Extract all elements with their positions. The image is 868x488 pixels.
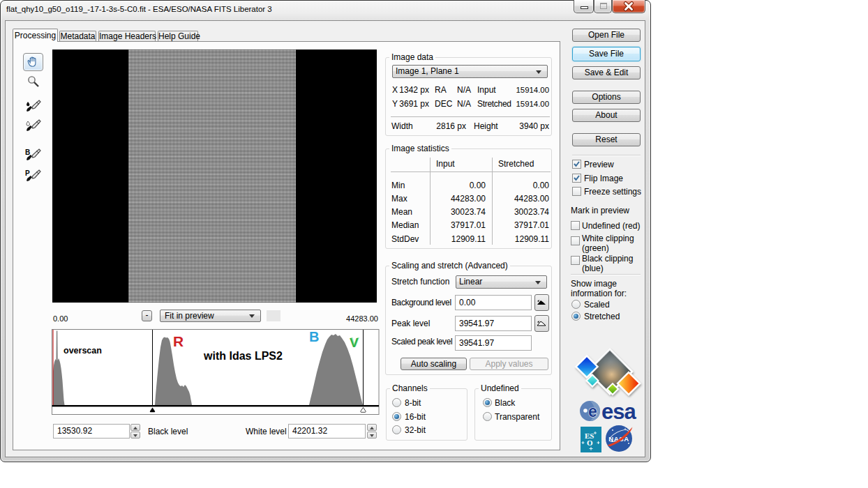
svg-text:esa: esa [601,399,636,424]
svg-text:O: O [587,439,593,447]
svg-text:P: P [25,169,30,177]
svg-text:e: e [588,402,597,420]
svg-text:B: B [25,148,30,156]
